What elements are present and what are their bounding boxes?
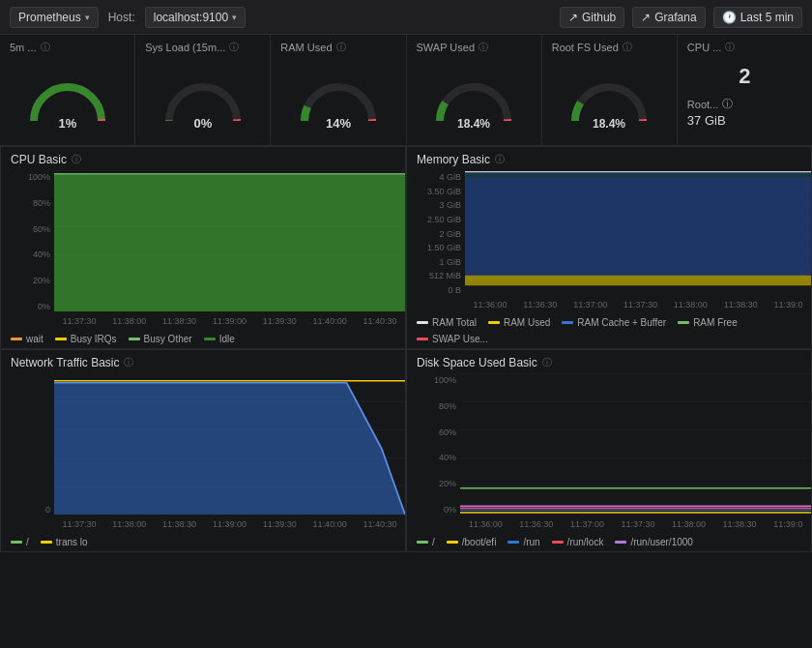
gauge-ramused: RAM Used ⓘ 14% xyxy=(271,35,406,145)
legend-wait: wait xyxy=(11,334,44,344)
gauge-ramused-chart: 14% xyxy=(295,56,382,141)
cpu-x-axis: 11:37:30 11:38:00 11:38:30 11:39:00 11:3… xyxy=(54,311,405,331)
network-chart-header: Network Traffic Basic ⓘ xyxy=(1,350,405,373)
network-chart-canvas xyxy=(54,373,405,515)
gauge-rootfs-chart: 18.4% xyxy=(566,56,652,141)
disk-chart-area: 100% 80% 60% 40% 20% 0% xyxy=(407,373,811,534)
memory-chart-title: Memory Basic xyxy=(417,153,490,166)
memory-chart-area: 4 GiB 3.50 GiB 3 GiB 2.50 GiB 2 GiB 1.50… xyxy=(407,170,811,314)
top-bar: Prometheus ▾ Host: localhost:9100 ▾ ↗ Gi… xyxy=(0,0,812,35)
cpu-chart-panel: CPU Basic ⓘ 100% 80% 60% 40% 20% 0% xyxy=(0,146,406,349)
host-dropdown[interactable]: localhost:9100 ▾ xyxy=(145,7,246,28)
disk-chart-panel: Disk Space Used Basic ⓘ 100% 80% 60% 40%… xyxy=(406,349,812,552)
cpu-y-axis: 100% 80% 60% 40% 20% 0% xyxy=(1,170,54,311)
memory-legend: RAM Total RAM Used RAM Cache + Buffer RA… xyxy=(407,314,811,348)
svg-text:18.4%: 18.4% xyxy=(457,117,490,131)
svg-marker-21 xyxy=(465,276,811,285)
svg-marker-27 xyxy=(54,383,405,515)
cpu-chart-header: CPU Basic ⓘ xyxy=(1,147,405,170)
legend-ram-total: RAM Total xyxy=(417,317,477,328)
svg-marker-10 xyxy=(54,175,405,311)
disk-x-axis: 11:36:00 11:36:30 11:37:00 11:37:30 11:3… xyxy=(460,515,811,534)
info-icon3[interactable]: ⓘ xyxy=(336,41,346,54)
cpu-chart-title: CPU Basic xyxy=(11,153,67,166)
cpu-info-cell: CPU ... ⓘ 2 Root... ⓘ 37 GiB xyxy=(678,35,812,145)
gauge-row: 5m ... ⓘ 1% Sys Load (15m... ⓘ 0% xyxy=(0,35,812,146)
legend-net-trans-io: trans lo xyxy=(41,537,88,547)
root-value: 37 GiB xyxy=(687,113,802,128)
network-chart-area: 0 11:37:30 11:38:00 11:38:30 xyxy=(1,373,405,534)
legend-disk-boot-efi: /boot/efi xyxy=(447,537,497,547)
legend-ram-free-dot xyxy=(678,321,689,324)
legend-busy-other-dot xyxy=(129,338,140,340)
grafana-button[interactable]: ↗ Grafana xyxy=(632,7,705,28)
prometheus-dropdown[interactable]: Prometheus ▾ xyxy=(10,7,99,28)
legend-ram-cache: RAM Cache + Buffer xyxy=(562,317,666,328)
memory-chart-header: Memory Basic ⓘ xyxy=(407,147,811,170)
gauge-5m-title: 5m ... ⓘ xyxy=(10,41,125,54)
time-label: Last 5 min xyxy=(740,11,794,24)
chevron-icon2: ▾ xyxy=(232,13,237,22)
info-icon5[interactable]: ⓘ xyxy=(623,41,632,54)
info-icon2[interactable]: ⓘ xyxy=(229,41,239,54)
disk-chart-canvas xyxy=(460,373,811,515)
github-button[interactable]: ↗ Github xyxy=(560,7,624,28)
svg-text:14%: 14% xyxy=(326,116,351,131)
gauge-5m-chart: 1% xyxy=(24,56,111,141)
info-icon[interactable]: ⓘ xyxy=(41,41,50,54)
info-icon6[interactable]: ⓘ xyxy=(725,41,735,54)
legend-ram-used: RAM Used xyxy=(488,317,550,328)
memory-x-axis: 11:36:00 11:36:30 11:37:00 11:37:30 11:3… xyxy=(465,295,811,314)
info-icon8[interactable]: ⓘ xyxy=(72,153,81,166)
legend-swap-use-dot xyxy=(417,338,428,340)
root-label: Root... xyxy=(687,99,718,110)
gauge-sysload-title: Sys Load (15m... ⓘ xyxy=(145,41,260,54)
prometheus-label: Prometheus xyxy=(18,11,81,24)
gauge-sysload-chart: 0% xyxy=(160,56,246,141)
legend-ram-used-dot xyxy=(488,321,500,324)
github-label: Github xyxy=(582,11,616,24)
legend-disk-run-lock: /run/lock xyxy=(552,537,604,547)
gauge-sysload: Sys Load (15m... ⓘ 0% xyxy=(135,35,271,145)
info-icon10[interactable]: ⓘ xyxy=(124,356,133,369)
gauge-swapused-chart: 18.4% xyxy=(430,56,517,141)
memory-y-axis: 4 GiB 3.50 GiB 3 GiB 2.50 GiB 2 GiB 1.50… xyxy=(407,170,465,295)
svg-marker-11 xyxy=(54,173,405,175)
cpu-title: CPU ... ⓘ xyxy=(687,41,802,54)
cpu-count: 2 xyxy=(687,64,802,89)
legend-wait-dot xyxy=(11,338,22,340)
legend-idle-dot xyxy=(204,338,216,340)
gauge-5m: 5m ... ⓘ 1% xyxy=(0,35,135,145)
svg-text:1%: 1% xyxy=(58,116,76,131)
info-icon11[interactable]: ⓘ xyxy=(542,356,552,369)
info-icon9[interactable]: ⓘ xyxy=(495,153,505,166)
disk-chart-title: Disk Space Used Basic xyxy=(417,356,537,369)
grafana-label: Grafana xyxy=(654,11,696,24)
legend-disk-slash: / xyxy=(417,537,435,547)
time-range-button[interactable]: 🕐 Last 5 min xyxy=(713,7,802,28)
network-x-axis: 11:37:30 11:38:00 11:38:30 11:39:00 11:3… xyxy=(54,515,405,534)
grafana-icon: ↗ xyxy=(641,11,651,24)
svg-marker-20 xyxy=(465,178,811,280)
legend-net-slash: / xyxy=(11,537,29,547)
svg-text:18.4%: 18.4% xyxy=(593,117,625,131)
host-label: Host: xyxy=(108,11,135,24)
memory-chart-canvas xyxy=(465,170,811,295)
legend-ram-free: RAM Free xyxy=(678,317,738,328)
legend-idle: Idle xyxy=(204,334,235,344)
github-icon: ↗ xyxy=(568,11,578,24)
info-icon4[interactable]: ⓘ xyxy=(478,41,488,54)
svg-text:0%: 0% xyxy=(193,116,212,131)
cpu-sub-row: Root... ⓘ 37 GiB xyxy=(687,97,802,128)
disk-chart-header: Disk Space Used Basic ⓘ xyxy=(407,350,811,373)
gauge-rootfs-title: Root FS Used ⓘ xyxy=(552,41,667,54)
cpu-legend: wait Busy IRQs Busy Other Idle xyxy=(1,331,405,348)
legend-ram-total-dot xyxy=(417,321,428,324)
main-grid: CPU Basic ⓘ 100% 80% 60% 40% 20% 0% xyxy=(0,146,812,648)
network-chart-title: Network Traffic Basic xyxy=(11,356,119,369)
gauge-rootfs: Root FS Used ⓘ 18.4% xyxy=(542,35,678,145)
gauge-ramused-title: RAM Used ⓘ xyxy=(280,41,395,54)
legend-irqs-dot xyxy=(55,338,67,340)
info-icon7[interactable]: ⓘ xyxy=(722,97,733,111)
legend-ram-cache-dot xyxy=(562,321,573,324)
